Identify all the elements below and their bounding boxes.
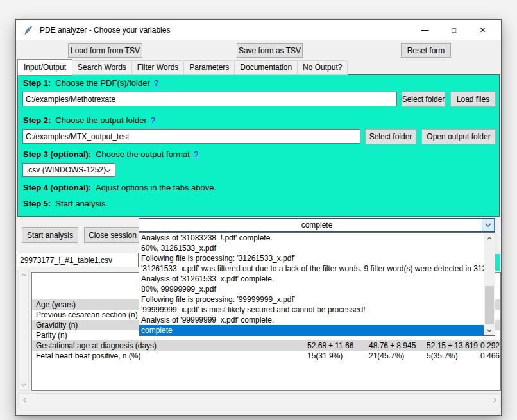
output-format-combobox[interactable]: .csv (WINDOWS-1252)	[22, 163, 115, 177]
load-form-tsv-button[interactable]: Load form from TSV	[68, 43, 142, 58]
start-analysis-button[interactable]: Start analysis	[22, 227, 78, 243]
status-combobox[interactable]: complete	[139, 218, 495, 232]
scroll-right-icon[interactable]	[489, 394, 500, 407]
scroll-up-icon[interactable]	[19, 269, 29, 280]
row-value: 0.466	[480, 351, 500, 360]
tab-documentation[interactable]: Documentation	[235, 60, 298, 75]
tab-search-words[interactable]: Search Words	[72, 60, 132, 75]
step1-select-folder-button[interactable]: Select folder	[402, 92, 445, 107]
reset-form-button[interactable]: Reset form	[401, 43, 451, 58]
log-list-item[interactable]: Following file is processing: '99999999_…	[139, 294, 484, 305]
log-list-item[interactable]: 60%, 31261533_x.pdf	[139, 243, 484, 253]
log-list-item[interactable]: Analysis of '31261533_x.pdf' complete.	[139, 274, 484, 284]
minimize-button[interactable]: —	[411, 20, 439, 40]
table-horizontal-scrollbar[interactable]	[18, 393, 501, 407]
tab-parameters[interactable]: Parameters	[184, 60, 235, 75]
close-button[interactable]: ✕	[468, 20, 497, 40]
log-list-item[interactable]: '99999999_x.pdf' is most likely secured …	[139, 305, 484, 315]
pdf-folder-input[interactable]	[22, 92, 397, 106]
combobox-arrow-button[interactable]	[482, 219, 495, 231]
step1-label: Step 1:Choose the PDF(s)/folder?	[23, 78, 158, 88]
row-value: 48.76 ± 8.945	[369, 341, 427, 350]
save-form-tsv-button[interactable]: Save form as TSV	[237, 43, 303, 58]
row-value: 52.68 ± 11.66	[307, 341, 369, 350]
current-table-file-entry[interactable]: 29973177_!_#1_table1.csv	[17, 253, 139, 267]
input-output-panel: Step 1:Choose the PDF(s)/folder? Select …	[17, 74, 500, 217]
tab-no-output[interactable]: No Output?	[298, 60, 348, 75]
window-title: PDE analyzer - Choose your variables	[40, 26, 170, 35]
log-list-item[interactable]: Following file is processing: '31261533_…	[139, 253, 484, 264]
close-session-button[interactable]: Close session	[84, 227, 141, 243]
table-vertical-scrollbar[interactable]	[18, 269, 29, 391]
output-folder-input[interactable]	[22, 129, 360, 144]
step2-help-link[interactable]: ?	[151, 115, 155, 125]
maximize-button[interactable]: □	[439, 20, 468, 40]
log-list-item[interactable]: Analysis of '99999999_x.pdf' complete.	[139, 315, 484, 325]
step5-label: Step 5:Start analysis.	[23, 199, 108, 208]
close-icon: ✕	[479, 26, 486, 35]
row-value: 21(45.7%)	[369, 351, 427, 360]
status-dropdown-list: Analysis of '31083238_!.pdf' complete.60…	[139, 232, 495, 336]
tab-input-output[interactable]: Input/Output	[17, 59, 72, 76]
chevron-down-icon	[485, 223, 491, 227]
row-label: Fetal heart beat positive, n (%)	[32, 351, 307, 360]
row-value: 52.15 ± 13.619	[427, 341, 480, 350]
log-list-item[interactable]: '31261533_x.pdf' was filtered out due to…	[139, 264, 484, 274]
app-window: PDE analyzer - Choose your variables — □…	[15, 19, 502, 416]
step1-help-link[interactable]: ?	[154, 78, 158, 88]
minimize-icon: —	[421, 26, 429, 35]
scroll-left-icon[interactable]	[19, 394, 30, 407]
log-list-item[interactable]: Analysis of '31083238_!.pdf' complete.	[139, 233, 484, 243]
chevron-down-icon	[105, 169, 111, 172]
table-row[interactable]: Gestational age at diagnosis (days)52.68…	[32, 340, 500, 351]
row-label: Gestational age at diagnosis (days)	[32, 341, 307, 350]
row-value: 15(31.9%)	[307, 351, 369, 360]
feather-icon	[23, 25, 33, 35]
table-row[interactable]: Fetal heart beat positive, n (%)15(31.9%…	[32, 351, 500, 361]
tab-bar: Input/OutputSearch WordsFilter WordsPara…	[17, 59, 348, 75]
dropdown-scrollbar[interactable]	[484, 233, 495, 335]
step4-label: Step 4 (optional):Adjust options in the …	[23, 183, 216, 192]
scrollbar-thumb[interactable]	[485, 286, 494, 324]
teal-frame-sliver	[495, 254, 500, 271]
step2-select-folder-button[interactable]: Select folder	[365, 129, 416, 144]
scroll-down-icon[interactable]	[19, 380, 29, 390]
row-value: 0.292	[480, 341, 500, 350]
step3-help-link[interactable]: ?	[194, 149, 198, 159]
open-output-folder-button[interactable]: Open output folder	[421, 129, 496, 144]
scroll-up-icon[interactable]	[484, 233, 495, 243]
step3-label: Step 3 (optional):Choose the output form…	[23, 149, 198, 159]
scroll-down-icon[interactable]	[484, 325, 495, 335]
step2-label: Step 2:Choose the output folder?	[23, 115, 155, 125]
log-list-item[interactable]: 80%, 99999999_x.pdf	[139, 284, 484, 294]
log-list-item[interactable]: complete	[139, 325, 484, 335]
load-files-button[interactable]: Load files	[450, 92, 496, 107]
title-bar: PDE analyzer - Choose your variables — □…	[16, 20, 501, 40]
row-value: 5(35.7%)	[427, 351, 480, 360]
tab-filter-words[interactable]: Filter Words	[132, 60, 184, 75]
maximize-icon: □	[452, 26, 456, 35]
